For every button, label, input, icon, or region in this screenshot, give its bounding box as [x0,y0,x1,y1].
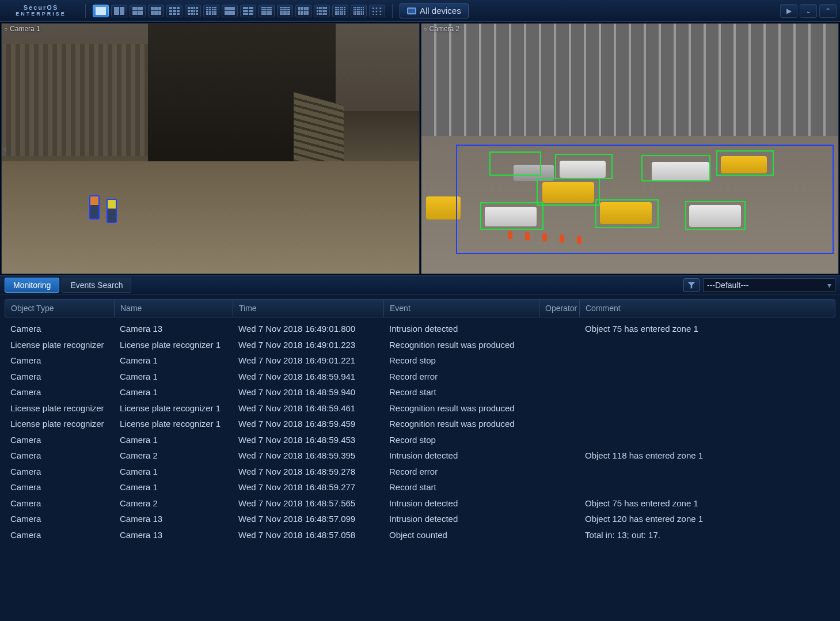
cell-comment: Object 120 has entered zone 1 [579,514,835,524]
cell-time: Wed 7 Nov 2018 16:48:59.453 [233,435,383,445]
filter-controls: ---Default--- ▾ [683,278,835,292]
divider [392,4,393,18]
cell-object-type: Camera [5,435,114,445]
cell-event: Intrusion detected [383,498,539,508]
detection-box-car [480,202,543,230]
cell-event: Record start [383,387,539,397]
layout-button-7[interactable] [203,5,219,17]
table-row[interactable]: CameraCamera 2Wed 7 Nov 2018 16:48:57.56… [5,495,835,512]
layout-button-9[interactable] [240,5,256,17]
layout-button-11[interactable] [277,5,293,17]
col-name[interactable]: Name [115,300,233,317]
cell-event: Recognition result was produced [383,403,539,413]
cell-event: Intrusion detected [383,324,539,334]
cell-time: Wed 7 Nov 2018 16:48:57.099 [233,514,383,524]
filter-icon-button[interactable] [683,278,700,292]
tab-monitoring[interactable]: Monitoring [5,278,59,293]
tabs-row: Monitoring Events Search ---Default--- ▾ [0,276,840,294]
detection-box-person [107,199,117,223]
detection-box-car [489,152,541,176]
cell-time: Wed 7 Nov 2018 16:49:01.800 [233,324,383,334]
funnel-icon [687,281,695,289]
table-row[interactable]: CameraCamera 1Wed 7 Nov 2018 16:49:01.22… [5,353,835,369]
detection-box-car [685,201,746,230]
cell-object-type: Camera [5,372,114,381]
camera-tile-2[interactable]: Camera 2 [421,23,839,274]
cell-object-type: Camera [5,324,114,334]
col-object-type[interactable]: Object Type [5,300,115,317]
table-body[interactable]: CameraCamera 13Wed 7 Nov 2018 16:49:01.8… [5,321,835,616]
col-comment[interactable]: Comment [580,300,835,317]
table-row[interactable]: CameraCamera 2Wed 7 Nov 2018 16:48:59.39… [5,448,835,464]
detection-box-car [595,199,659,228]
cell-time: Wed 7 Nov 2018 16:48:59.940 [233,387,383,397]
cell-name: License plate recognizer 1 [114,403,233,413]
layout-button-3[interactable] [130,5,146,17]
cell-time: Wed 7 Nov 2018 16:48:57.058 [233,530,383,540]
cell-name: Camera 1 [114,387,233,397]
divider [85,4,86,18]
chevron-down-icon: ▾ [827,281,831,290]
layout-button-10[interactable] [259,5,275,17]
table-row[interactable]: License plate recognizerLicense plate re… [5,416,835,432]
layout-button-14[interactable] [332,5,348,17]
table-row[interactable]: CameraCamera 1Wed 7 Nov 2018 16:48:59.27… [5,479,835,495]
cell-event: Intrusion detected [383,514,539,524]
layout-button-2[interactable] [111,5,127,17]
cell-name: License plate recognizer 1 [114,340,233,350]
detection-box-car [555,154,613,179]
detection-box-car [716,150,774,176]
prev-page-arrow[interactable]: ‹ [0,131,10,166]
cell-time: Wed 7 Nov 2018 16:48:59.395 [233,450,383,460]
cell-object-type: Camera [5,387,114,397]
table-row[interactable]: CameraCamera 13Wed 7 Nov 2018 16:49:01.8… [5,321,835,337]
table-row[interactable]: CameraCamera 1Wed 7 Nov 2018 16:48:59.45… [5,432,835,448]
cell-object-type: Camera [5,498,114,508]
layout-button-15[interactable] [351,5,367,17]
cell-time: Wed 7 Nov 2018 16:48:59.941 [233,372,383,381]
expand-down-button[interactable]: ⌄ [800,4,817,18]
cell-event: Object counted [383,530,539,540]
table-header: Object Type Name Time Event Operator Com… [5,299,835,317]
cell-name: Camera 13 [114,514,233,524]
tab-events-search[interactable]: Events Search [62,278,131,293]
table-row[interactable]: CameraCamera 1Wed 7 Nov 2018 16:48:59.94… [5,369,835,385]
layout-button-8[interactable] [222,5,238,17]
table-row[interactable]: CameraCamera 1Wed 7 Nov 2018 16:48:59.94… [5,384,835,400]
table-row[interactable]: License plate recognizerLicense plate re… [5,337,835,353]
cell-object-type: License plate recognizer [5,403,114,413]
table-row[interactable]: CameraCamera 13Wed 7 Nov 2018 16:48:57.0… [5,511,835,527]
table-row[interactable]: CameraCamera 1Wed 7 Nov 2018 16:48:59.27… [5,464,835,480]
app-logo: SecurOS ENTERPRISE [3,3,78,18]
video-grid: ‹ Camera 1 Camera 2 [0,22,840,275]
layout-button-1[interactable] [93,5,109,17]
col-operator[interactable]: Operator [539,300,580,317]
layout-button-4[interactable] [148,5,164,17]
cell-comment: Object 75 has entered zone 1 [579,324,835,334]
table-row[interactable]: License plate recognizerLicense plate re… [5,400,835,416]
cell-name: Camera 1 [114,482,233,492]
cell-comment: Object 75 has entered zone 1 [579,498,835,508]
cell-object-type: Camera [5,482,114,492]
cell-object-type: License plate recognizer [5,419,114,429]
cell-event: Record error [383,467,539,476]
cell-name: Camera 1 [114,355,233,365]
cell-time: Wed 7 Nov 2018 16:48:59.278 [233,467,383,476]
cell-name: Camera 1 [114,467,233,476]
app-edition: ENTERPRISE [16,11,66,17]
play-button[interactable]: ▶ [780,4,797,18]
table-row[interactable]: CameraCamera 13Wed 7 Nov 2018 16:48:57.0… [5,527,835,543]
filter-preset-select[interactable]: ---Default--- ▾ [703,278,835,292]
col-event[interactable]: Event [384,300,539,317]
collapse-up-button[interactable]: ⌃ [819,4,837,18]
cell-comment: Object 118 has entered zone 1 [579,450,835,460]
cell-event: Recognition result was produced [383,340,539,350]
layout-button-5[interactable] [166,5,183,17]
layout-button-6[interactable] [185,5,201,17]
layout-button-13[interactable] [314,5,330,17]
all-devices-button[interactable]: All devices [400,3,469,18]
layout-button-12[interactable] [295,5,311,17]
camera-tile-1[interactable]: Camera 1 [1,23,420,274]
layout-button-16[interactable] [369,5,385,17]
col-time[interactable]: Time [233,300,384,317]
